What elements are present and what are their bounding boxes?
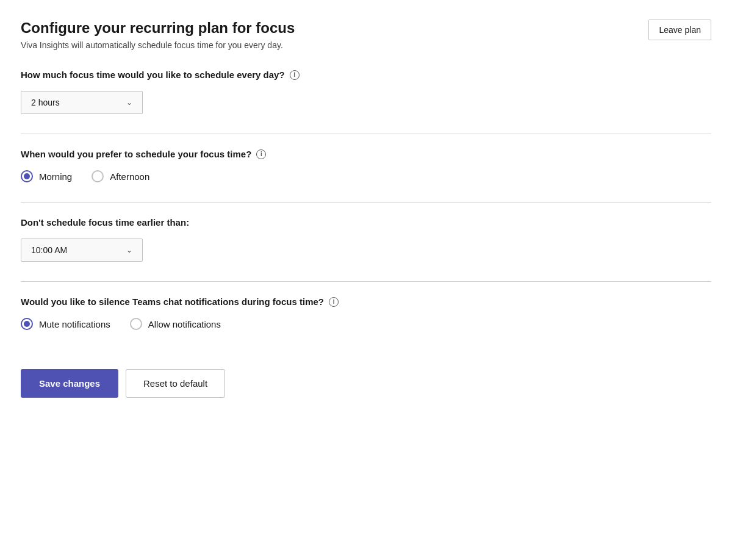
section-earliest-time: Don't schedule focus time earlier than: …	[21, 217, 711, 276]
section4-title: Would you like to silence Teams chat not…	[21, 296, 711, 307]
section4-content: Would you like to silence Teams chat not…	[21, 296, 711, 345]
radio-afternoon[interactable]: Afternoon	[92, 170, 149, 182]
button-row: Save changes Reset to default	[21, 369, 711, 398]
section1-content: How much focus time would you like to sc…	[21, 70, 711, 129]
section-notifications: Would you like to silence Teams chat not…	[21, 296, 711, 345]
page-subtitle: Viva Insights will automatically schedul…	[21, 40, 295, 50]
chevron-down-icon: ⌄	[126, 98, 132, 107]
earliest-time-value: 10:00 AM	[31, 245, 67, 255]
notifications-radio-group: Mute notifications Allow notifications	[21, 318, 711, 330]
radio-morning-circle	[21, 170, 33, 182]
page-title: Configure your recurring plan for focus	[21, 20, 295, 37]
divider-3	[21, 281, 711, 282]
section2-title: When would you prefer to schedule your f…	[21, 149, 711, 159]
radio-afternoon-label: Afternoon	[110, 171, 149, 182]
radio-allow-label: Allow notifications	[148, 319, 221, 329]
radio-morning[interactable]: Morning	[21, 170, 72, 182]
radio-mute[interactable]: Mute notifications	[21, 318, 110, 330]
leave-plan-button[interactable]: Leave plan	[648, 20, 711, 40]
section2-content: When would you prefer to schedule your f…	[21, 149, 711, 197]
section1-info-icon[interactable]: i	[290, 70, 300, 80]
radio-mute-circle	[21, 318, 33, 330]
focus-duration-dropdown[interactable]: 2 hours ⌄	[21, 91, 143, 114]
radio-afternoon-circle	[92, 170, 104, 182]
section2-info-icon[interactable]: i	[256, 149, 266, 159]
radio-mute-label: Mute notifications	[39, 319, 110, 329]
page-container: Configure your recurring plan for focus …	[6, 0, 726, 560]
time-preference-radio-group: Morning Afternoon	[21, 170, 711, 182]
radio-morning-label: Morning	[39, 171, 72, 182]
section-focus-duration: How much focus time would you like to sc…	[21, 70, 711, 129]
header-row: Configure your recurring plan for focus …	[21, 20, 711, 50]
section4-info-icon[interactable]: i	[329, 297, 339, 307]
divider-1	[21, 134, 711, 134]
header-text: Configure your recurring plan for focus …	[21, 20, 295, 50]
reset-default-button[interactable]: Reset to default	[126, 369, 225, 398]
section3-title: Don't schedule focus time earlier than:	[21, 217, 711, 228]
section1-title: How much focus time would you like to sc…	[21, 70, 711, 80]
section3-content: Don't schedule focus time earlier than: …	[21, 217, 711, 276]
chevron-down-icon-2: ⌄	[126, 246, 132, 254]
radio-allow[interactable]: Allow notifications	[130, 318, 221, 330]
earliest-time-dropdown[interactable]: 10:00 AM ⌄	[21, 239, 143, 262]
divider-2	[21, 202, 711, 203]
focus-duration-value: 2 hours	[31, 98, 60, 107]
save-changes-button[interactable]: Save changes	[21, 369, 118, 398]
radio-allow-circle	[130, 318, 142, 330]
section-time-preference: When would you prefer to schedule your f…	[21, 149, 711, 197]
